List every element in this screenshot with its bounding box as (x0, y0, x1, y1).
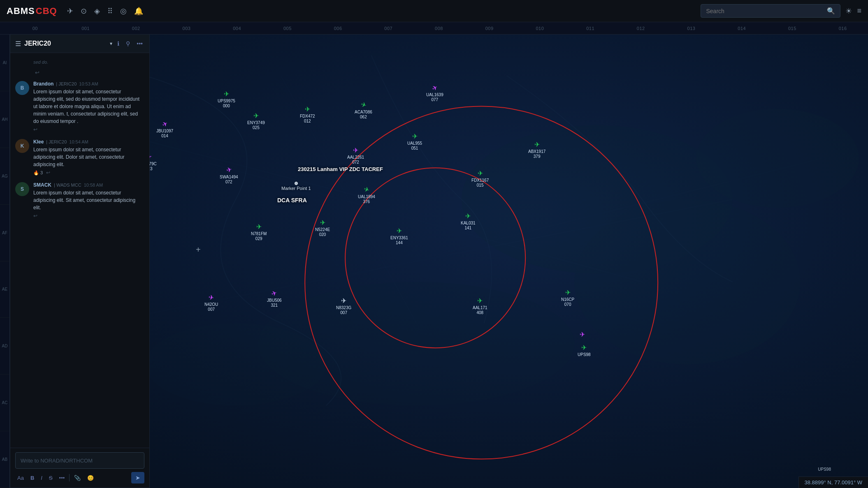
ruler-label-012: 012 (615, 26, 666, 31)
chat-header: ☰ JERIC20 ▾ ℹ ⚲ ••• (10, 35, 149, 53)
aircraft-N8323G[interactable]: ✈ N8323G007 (336, 297, 351, 315)
row-label-ad: AD (0, 318, 9, 375)
toolbar-strike-button[interactable]: S (47, 474, 55, 482)
ruler-label-004: 004 (212, 26, 262, 31)
toolbar-emoji-button[interactable]: 😊 (85, 474, 96, 482)
toolbar-attach-button[interactable]: 📎 (72, 474, 83, 482)
aircraft-FDX472[interactable]: ✈ FDX472012 (300, 105, 315, 124)
nav-icons: ✈ ⊙ ◈ ⠿ ◎ 🔔 (67, 7, 143, 16)
chat-input[interactable] (21, 458, 139, 464)
system-message: sed do. (10, 56, 149, 67)
settings-icon[interactable]: ≡ (857, 7, 861, 15)
app-logo: ABMSCBQ (7, 6, 57, 16)
aircraft-UPS9975[interactable]: ✈ UPS9975000 (218, 90, 235, 109)
aircraft-AAL171[interactable]: ✈ AAL171408 (473, 297, 487, 315)
aircraft-UAL955[interactable]: ✈ UAL955051 (407, 132, 422, 151)
header-actions: ℹ ⚲ ••• (116, 39, 144, 49)
toolbar-italic-button[interactable]: I (39, 474, 44, 482)
ruler-label-00: 00 (10, 26, 60, 31)
reply-icon-smack[interactable]: ↩ (33, 213, 37, 219)
chat-panel: ☰ JERIC20 ▾ ℹ ⚲ ••• sed do. ↩ B Brandon … (10, 35, 150, 488)
logo-text: ABMS (7, 6, 35, 16)
dca-sfra-label: DCA SFRA (277, 197, 307, 204)
aircraft-JBU1097[interactable]: ✈ JBU1097014 (156, 120, 173, 139)
coordinates-bar: 38.8899° N, 77.0091° W (798, 476, 868, 488)
avatar-smack: S (15, 182, 29, 196)
message-content-smack: SMACK | WADS MCC 10:58 AM Lorem ipsum do… (33, 182, 144, 219)
message-actions-brandon: ↩ (33, 127, 144, 132)
coordinates-text: 38.8899° N, 77.0091° W (805, 479, 863, 486)
brightness-icon[interactable]: ☀ (845, 7, 852, 16)
grid-icon[interactable]: ⠿ (107, 7, 113, 16)
reaction-fire[interactable]: 🔥 3 (33, 170, 43, 176)
aircraft-icon[interactable]: ✈ (67, 7, 73, 16)
location-icon[interactable]: ◎ (120, 7, 127, 16)
ups-tag: UPS98 (818, 467, 831, 472)
chat-toolbar: Aa B I S ••• 📎 😊 ➤ (15, 472, 144, 483)
search-icon[interactable]: 🔍 (827, 7, 835, 15)
message-smack: S SMACK | WADS MCC 10:58 AM Lorem ipsum … (10, 179, 149, 222)
row-labels: AI AH AG AF AE AD AC AB (0, 35, 10, 488)
chat-messages[interactable]: sed do. ↩ B Brandon | JERIC20 10:53 AM L… (10, 53, 149, 448)
ruler-label-009: 009 (464, 26, 515, 31)
row-label-ah: AH (0, 91, 9, 148)
aircraft-AAL2261[interactable]: ✈ AAL2261072 (347, 146, 364, 165)
toolbar-more-button[interactable]: ••• (57, 474, 67, 482)
ruler-label-015: 015 (767, 26, 818, 31)
system-reply-icon[interactable]: ↩ (33, 68, 41, 77)
aircraft-UPS98[interactable]: ✈ UPS98 (578, 344, 591, 357)
message-brandon: B Brandon | JERIC20 10:53 AM Lorem ipsum… (10, 78, 149, 136)
message-header-smack: SMACK | WADS MCC 10:58 AM (33, 182, 144, 188)
aircraft-SWA1494[interactable]: ✈ SWA1494072 (220, 166, 238, 185)
search-box: 🔍 (701, 4, 840, 18)
ruler-label-006: 006 (313, 26, 363, 31)
message-content-klee: Klee | JERIC20 10:54 AM Lorem ipsum dolo… (33, 139, 144, 176)
chat-input-area: Aa B I S ••• 📎 😊 ➤ (10, 448, 149, 488)
message-klee: K Klee | JERIC20 10:54 AM Lorem ipsum do… (10, 136, 149, 179)
search-input[interactable] (706, 8, 824, 14)
ruler-label-001: 001 (60, 26, 111, 31)
ruler-label-002: 002 (111, 26, 161, 31)
aircraft-ENY3361[interactable]: ✈ ENY3361144 (390, 227, 408, 245)
reply-icon-klee[interactable]: ↩ (46, 170, 50, 176)
aircraft-N781FM[interactable]: ✈ N781FM029 (251, 223, 267, 241)
info-icon[interactable]: ℹ (116, 39, 121, 49)
row-label-ac: AC (0, 375, 9, 431)
menu-icon[interactable]: ☰ (15, 40, 21, 48)
more-options-icon[interactable]: ••• (135, 39, 144, 49)
layers-icon[interactable]: ◈ (94, 7, 100, 16)
ruler-label-011: 011 (565, 26, 616, 31)
aircraft-N5224E[interactable]: ✈ N5224E020 (315, 219, 330, 237)
send-button[interactable]: ➤ (131, 472, 144, 483)
aircraft-ABX1917[interactable]: ✈ ABX1917379 (528, 141, 545, 159)
row-label-ae: AE (0, 261, 9, 318)
ruler-label-007: 007 (363, 26, 414, 31)
row-label-ai: AI (0, 35, 9, 91)
system-reply: ↩ (10, 67, 149, 78)
message-header-klee: Klee | JERIC20 10:54 AM (33, 139, 144, 145)
row-label-af: AF (0, 205, 9, 261)
aircraft-FDX1167[interactable]: ✈ FDX1167015 (471, 169, 489, 188)
ruler-label-005: 005 (262, 26, 313, 31)
aircraft-ACA7086[interactable]: ✈ ACA7086062 (355, 101, 372, 120)
aircraft-UAL1894[interactable]: ✈ UAL1894376 (358, 186, 375, 204)
tacref-label: 230215 Lanham VIP ZDC TACREF (298, 166, 383, 172)
aircraft-extra1[interactable]: ✈ (580, 331, 585, 338)
aircraft-JBU506[interactable]: ✈ JBU506321 (267, 289, 282, 308)
aircraft-UAL1639[interactable]: ✈ UAL1639077 (426, 84, 443, 102)
toolbar-bold-button[interactable]: B (28, 474, 36, 482)
toolbar-aa-button[interactable]: Aa (15, 474, 26, 482)
globe-icon[interactable]: ⊙ (81, 7, 87, 16)
chat-input-box (15, 452, 144, 469)
reply-icon-brandon[interactable]: ↩ (33, 127, 37, 132)
marker-point: Marker Point 1 (281, 182, 311, 191)
bell-icon[interactable]: 🔔 (134, 7, 143, 16)
message-actions-smack: ↩ (33, 213, 144, 219)
aircraft-KAL031[interactable]: ✈ KAL031141 (461, 212, 476, 231)
aircraft-N42OU[interactable]: ✈ N42OU007 (204, 294, 218, 312)
aircraft-ENY3749[interactable]: ✈ ENY3749025 (247, 112, 265, 130)
channel-dropdown[interactable]: ▾ (110, 41, 112, 46)
search-chat-icon[interactable]: ⚲ (124, 39, 132, 49)
toolbar-divider (69, 474, 70, 481)
aircraft-N16CP[interactable]: ✈ N16CP070 (561, 289, 574, 307)
